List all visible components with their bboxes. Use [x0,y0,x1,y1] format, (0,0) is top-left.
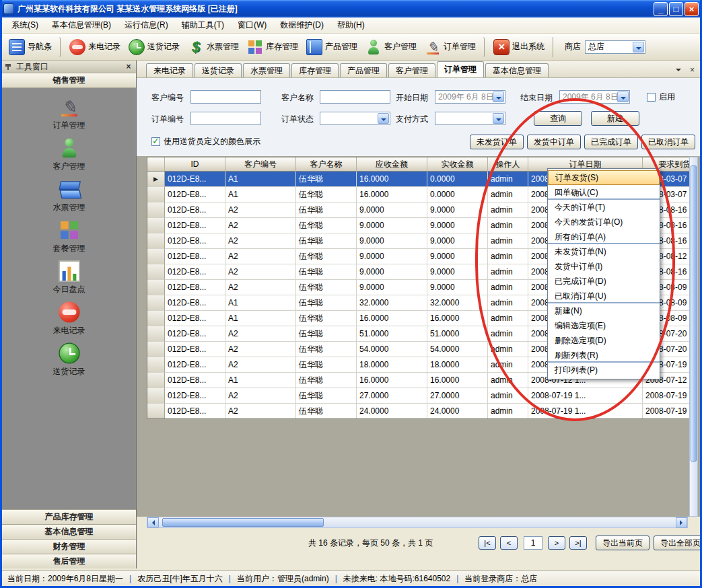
tab[interactable]: 订单管理 [437,61,484,77]
chevron-down-icon[interactable] [493,91,504,102]
column-header[interactable]: 实收金额 [427,157,488,172]
menu-item[interactable]: 帮助(H) [330,17,372,33]
context-menu-item[interactable]: 今天的发货订单(O) [548,215,660,229]
toolbar-button[interactable]: 产品管理 [302,37,361,57]
sidebar-item[interactable]: 今日盘点 [53,263,85,295]
row-selector[interactable] [147,326,165,342]
tab[interactable]: 基本信息管理 [485,63,549,77]
row-selector[interactable] [147,264,165,280]
context-menu-item[interactable]: 已完成订单(D) [548,274,660,289]
pin-icon[interactable] [5,63,12,71]
row-selector[interactable] [147,187,165,203]
row-selector[interactable] [147,357,165,373]
context-menu-item[interactable]: 所有的订单(A) [548,229,660,244]
tab-close-icon[interactable]: × [687,65,697,75]
scroll-right-icon[interactable] [676,517,687,527]
maximize-button[interactable]: □ [669,2,683,16]
minimize-button[interactable]: _ [654,2,668,16]
toolbar-button[interactable]: 导航条 [5,37,61,57]
sidebar-group-bar[interactable]: 产品库存管理 [2,509,136,524]
customer-name-input[interactable] [320,90,390,104]
row-selector[interactable] [147,218,165,233]
context-menu-item[interactable]: 打印列表(P) [548,363,660,377]
sidebar-item[interactable]: 套餐管理 [53,222,85,254]
toolbar-button[interactable]: 退出系统 [489,37,553,57]
delivery-color-checkbox[interactable] [151,137,160,146]
context-menu-item[interactable]: 订单发货(S) [548,170,660,185]
color-checkbox-row[interactable]: 使用送货员定义的颜色展示 [151,136,260,147]
context-menu-item[interactable]: 发货中订单(I) [548,259,660,274]
table-row[interactable]: 012D-E8... A2 伍华聪 27.0000 27.0000 admin … [147,388,693,404]
sidebar-item[interactable]: 送货记录 [53,345,85,377]
sidebar-group-sales[interactable]: 销售管理 [2,73,136,88]
vertical-scrollbar[interactable] [689,157,698,517]
toolbar-button[interactable]: 送货记录 [125,37,184,57]
tab[interactable]: 来电记录 [146,63,193,77]
horizontal-scrollbar[interactable] [147,517,688,528]
table-row[interactable]: 012D-E8... A2 伍华聪 24.0000 24.0000 admin … [147,404,693,419]
sidebar-item[interactable]: 客户管理 [53,140,85,172]
row-selector[interactable] [147,280,165,295]
tab[interactable]: 库存管理 [291,63,339,77]
context-menu-item[interactable]: 未发货订单(N) [548,244,660,259]
store-select[interactable]: 总店 [585,40,645,54]
menu-item[interactable]: 基本信息管理(B) [45,17,118,33]
context-menu-item[interactable]: 刷新列表(R) [548,348,660,363]
sidebar-group-bar[interactable]: 财务管理 [2,539,136,554]
row-selector[interactable]: ▶ [147,172,165,187]
menu-item[interactable]: 系统(S) [5,17,45,33]
tab[interactable]: 产品管理 [340,63,387,77]
prev-page-button[interactable]: < [500,536,518,550]
context-menu-item[interactable]: 回单确认(C) [548,185,660,200]
tab-list-dropdown-icon[interactable] [673,65,683,75]
status-filter-button-completed[interactable]: 已完成订单 [584,135,638,149]
pay-method-select[interactable] [435,112,505,125]
export-all-pages-button[interactable]: 导出全部页 [654,536,702,550]
row-selector[interactable] [147,373,165,388]
column-header[interactable]: 操作人 [488,157,528,172]
menu-item[interactable]: 数据维护(D) [273,17,330,33]
context-menu-item[interactable]: 已取消订单(U) [548,289,660,303]
row-selector[interactable] [147,404,165,419]
row-selector[interactable] [147,295,165,311]
row-selector[interactable] [147,249,165,264]
chevron-down-icon[interactable] [378,113,389,124]
tab[interactable]: 送货记录 [195,63,242,77]
toolbar-button[interactable]: 客户管理 [361,37,421,57]
status-filter-button-unshipped[interactable]: 未发货订单 [470,135,524,149]
sidebar-item[interactable]: 来电记录 [53,304,85,336]
row-selector[interactable] [147,203,165,218]
menu-item[interactable]: 运行信息(R) [118,17,175,33]
context-menu-item[interactable]: 今天的订单(T) [548,200,660,215]
scroll-left-icon[interactable] [147,517,159,527]
row-selector[interactable] [147,311,165,326]
query-button[interactable]: 查询 [534,111,582,126]
menu-item[interactable]: 窗口(W) [231,17,273,33]
start-date-picker[interactable]: 2009年 6月 8日 [435,90,505,104]
row-selector[interactable] [147,388,165,404]
toolbar-button[interactable]: 库存管理 [243,37,302,57]
chevron-down-icon[interactable] [633,42,644,52]
context-menu-item[interactable]: 删除选定项(D) [548,333,660,348]
next-page-button[interactable]: > [548,536,565,550]
toolbar-button[interactable]: 订单管理 [421,37,485,57]
horizontal-scroll-thumb[interactable] [162,518,324,527]
page-number-input[interactable] [524,536,542,550]
order-no-input[interactable] [190,112,261,125]
status-filter-button-cancelled[interactable]: 已取消订单 [641,135,695,149]
close-icon[interactable]: × [124,62,133,71]
chevron-down-icon[interactable] [617,91,629,102]
sidebar-group-bar[interactable]: 售后管理 [2,554,136,568]
row-selector[interactable] [147,233,165,249]
toolbar-button[interactable]: 水票管理 [184,37,243,57]
column-header[interactable]: 客户编号 [225,157,296,172]
row-selector[interactable] [147,342,165,357]
enable-checkbox-row[interactable]: 启用 [647,91,675,103]
export-current-page-button[interactable]: 导出当前页 [596,536,650,550]
column-header[interactable] [147,157,165,172]
end-date-picker[interactable]: 2009年 6月 8日 [559,90,630,104]
context-menu-item[interactable]: 编辑选定项(E) [548,318,660,333]
customer-no-input[interactable] [190,90,261,104]
status-filter-button-shipping[interactable]: 发货中订单 [527,135,581,149]
last-page-button[interactable]: >| [569,536,587,550]
